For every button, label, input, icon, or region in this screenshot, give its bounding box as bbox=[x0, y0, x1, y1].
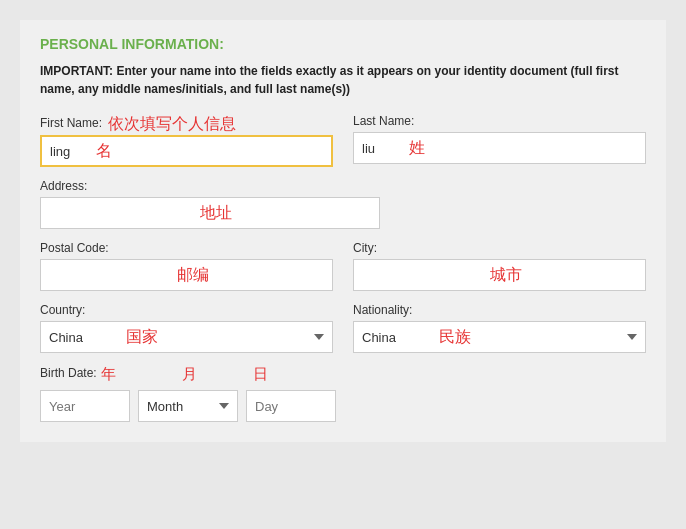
birth-year-input[interactable] bbox=[40, 390, 130, 422]
postal-code-input[interactable] bbox=[40, 259, 333, 291]
birth-day-group bbox=[246, 390, 336, 422]
birth-date-section: Birth Date: 年 月 日 Month January February… bbox=[40, 365, 646, 422]
country-select[interactable]: China United States United Kingdom Other bbox=[40, 321, 333, 353]
last-name-label: Last Name: bbox=[353, 114, 414, 128]
address-input[interactable] bbox=[40, 197, 380, 229]
important-notice: IMPORTANT: Enter your name into the fiel… bbox=[40, 62, 646, 98]
address-row: Address: 地址 bbox=[40, 179, 646, 229]
postal-city-row: Postal Code: 邮编 City: 城市 bbox=[40, 241, 646, 291]
birth-date-inputs: Month January February March April May J… bbox=[40, 390, 646, 422]
city-label: City: bbox=[353, 241, 646, 255]
first-name-input[interactable] bbox=[40, 135, 333, 167]
birth-date-label-row: Birth Date: 年 月 日 bbox=[40, 365, 646, 384]
country-group: Country: China United States United King… bbox=[40, 303, 333, 353]
country-nationality-row: Country: China United States United King… bbox=[40, 303, 646, 353]
first-name-group: First Name: 依次填写个人信息 名 bbox=[40, 114, 333, 167]
nationality-group: Nationality: China United States United … bbox=[353, 303, 646, 353]
last-name-input[interactable] bbox=[353, 132, 646, 164]
last-name-label-row: Last Name: bbox=[353, 114, 646, 132]
birth-year-char-label: 年 bbox=[101, 365, 116, 384]
birth-month-select[interactable]: Month January February March April May J… bbox=[138, 390, 238, 422]
name-row: First Name: 依次填写个人信息 名 Last Name: 姓 bbox=[40, 114, 646, 167]
postal-code-label: Postal Code: bbox=[40, 241, 333, 255]
first-name-label-row: First Name: 依次填写个人信息 bbox=[40, 114, 333, 135]
last-name-group: Last Name: 姓 bbox=[353, 114, 646, 167]
birth-date-label: Birth Date: bbox=[40, 366, 97, 380]
first-name-hint-annotation: 依次填写个人信息 bbox=[108, 114, 236, 135]
birth-day-input[interactable] bbox=[246, 390, 336, 422]
birth-day-char-label: 日 bbox=[253, 365, 268, 384]
city-input[interactable] bbox=[353, 259, 646, 291]
personal-information-section: PERSONAL INFORMATION: IMPORTANT: Enter y… bbox=[20, 20, 666, 442]
nationality-label: Nationality: bbox=[353, 303, 646, 317]
birth-year-group bbox=[40, 390, 130, 422]
section-title: PERSONAL INFORMATION: bbox=[40, 36, 646, 52]
address-group: Address: 地址 bbox=[40, 179, 380, 229]
country-label: Country: bbox=[40, 303, 333, 317]
birth-month-char-label: 月 bbox=[182, 365, 197, 384]
postal-code-group: Postal Code: 邮编 bbox=[40, 241, 333, 291]
first-name-label: First Name: bbox=[40, 116, 102, 130]
nationality-select[interactable]: China United States United Kingdom Other bbox=[353, 321, 646, 353]
city-group: City: 城市 bbox=[353, 241, 646, 291]
address-label: Address: bbox=[40, 179, 380, 193]
birth-month-group: Month January February March April May J… bbox=[138, 390, 238, 422]
